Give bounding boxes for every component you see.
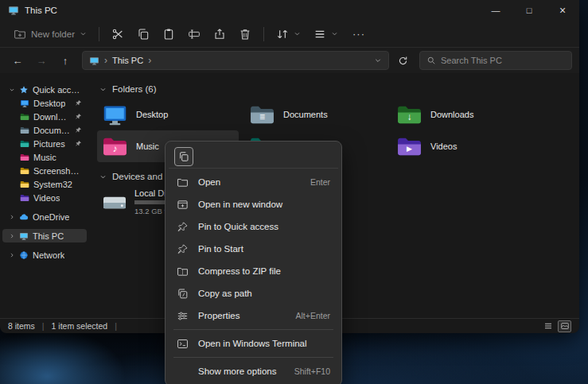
context-menu-icon-row: [169, 145, 338, 169]
sidebar-item-pictures[interactable]: Pictures: [2, 137, 87, 150]
sidebar-item-downloads[interactable]: Downloads: [2, 110, 87, 123]
menu-item-pin-to-start[interactable]: Pin to Start: [169, 238, 338, 260]
search-input[interactable]: [441, 56, 565, 65]
rename-button[interactable]: [182, 23, 206, 45]
share-button[interactable]: [208, 23, 232, 45]
folder-tile-desktop[interactable]: Desktop: [97, 99, 239, 130]
menu-item-properties[interactable]: Properties Alt+Enter: [169, 304, 338, 327]
sidebar-item-documents[interactable]: Documents: [2, 123, 87, 137]
address-input[interactable]: › This PC ›: [82, 51, 389, 70]
close-button[interactable]: ×: [546, 0, 579, 21]
back-button[interactable]: ←: [7, 50, 28, 71]
copy-button[interactable]: [131, 23, 155, 45]
shortcut-label: Enter: [310, 177, 330, 187]
sidebar-item-quick-access[interactable]: Quick access: [2, 83, 87, 96]
new-folder-icon: [14, 28, 26, 41]
folder-tile-videos[interactable]: ▶ Videos: [391, 130, 533, 162]
open-folder-icon: [177, 176, 189, 188]
search-icon: [426, 56, 436, 65]
chevron-right-icon: [9, 233, 15, 239]
sidebar-item-desktop[interactable]: Desktop: [2, 96, 87, 110]
address-dropdown-chevron-icon[interactable]: [374, 56, 382, 64]
chevron-down-icon: [99, 86, 107, 93]
menu-item-show-more-options[interactable]: Show more options Shift+F10: [169, 360, 338, 382]
videos-folder-icon: [20, 193, 29, 203]
pin-icon: [75, 99, 82, 107]
toolbar-separator: [99, 27, 99, 41]
rename-icon: [188, 28, 201, 41]
breadcrumb-separator: ›: [104, 55, 107, 66]
menu-item-open-in-windows-terminal[interactable]: Open in Windows Terminal: [169, 332, 338, 355]
sidebar-item-videos[interactable]: Videos: [2, 191, 87, 204]
window-controls: — □ ×: [479, 0, 579, 21]
documents-folder-icon: [20, 126, 29, 135]
items-count: 8 items: [8, 321, 35, 331]
more-options-button[interactable]: ···: [345, 28, 372, 40]
hard-drive-icon: [102, 190, 127, 215]
sidebar-item-network[interactable]: Network: [2, 248, 87, 262]
copy-button[interactable]: [174, 147, 193, 166]
folder-tile-downloads[interactable]: ↓ Downloads: [391, 99, 533, 130]
properties-icon: [177, 310, 189, 322]
sidebar-item-screenshots[interactable]: Screenshots: [2, 164, 87, 177]
chevron-down-icon: [331, 30, 338, 37]
search-box: [419, 51, 572, 70]
desktop-icon: [20, 99, 29, 108]
videos-folder-icon: ▶: [396, 134, 423, 160]
delete-button[interactable]: [233, 23, 257, 45]
paste-icon: [162, 28, 175, 41]
view-icon: [313, 28, 326, 41]
chevron-right-icon: [9, 214, 15, 220]
menu-item-open-in-new-window[interactable]: Open in new window: [169, 193, 338, 215]
sort-icon: [276, 28, 289, 41]
address-bar: ← → ↑ › This PC ›: [0, 48, 579, 73]
sidebar-item-onedrive[interactable]: OneDrive: [2, 210, 87, 223]
maximize-button[interactable]: □: [512, 0, 546, 21]
terminal-icon: [177, 338, 189, 350]
pin-icon: [75, 126, 82, 134]
up-button[interactable]: ↑: [55, 50, 76, 71]
music-folder-icon: [20, 153, 29, 162]
documents-folder-icon: ≡: [249, 102, 275, 128]
menu-item-copy-as-path[interactable]: Copy as path: [169, 282, 338, 304]
onedrive-cloud-icon: [19, 212, 29, 222]
status-divider: |: [115, 321, 117, 331]
minimize-button[interactable]: —: [479, 0, 512, 21]
sort-button[interactable]: [271, 23, 306, 45]
forward-button[interactable]: →: [31, 50, 52, 71]
paste-button[interactable]: [157, 23, 181, 45]
breadcrumb-this-pc[interactable]: This PC: [112, 56, 143, 65]
menu-item-open[interactable]: Open Enter: [169, 171, 338, 193]
screenshots-folder-icon: [20, 166, 29, 176]
menu-item-compress-to-zip[interactable]: Compress to ZIP file: [169, 260, 338, 282]
pin-icon: [75, 140, 82, 147]
cut-icon: [111, 28, 124, 41]
details-view-toggle[interactable]: [541, 320, 555, 332]
large-icons-view-toggle[interactable]: [558, 320, 571, 332]
chevron-down-icon: [294, 30, 301, 37]
copy-icon: [137, 28, 150, 41]
sidebar-item-system32[interactable]: System32: [2, 177, 87, 191]
copy-icon: [178, 151, 189, 162]
sidebar-item-music[interactable]: Music: [2, 150, 87, 164]
cut-button[interactable]: [106, 23, 130, 45]
folders-section-header[interactable]: Folders (6): [99, 84, 579, 94]
this-pc-icon: [19, 231, 29, 241]
window-title: This PC: [25, 6, 57, 15]
sidebar-item-this-pc[interactable]: This PC: [2, 229, 87, 242]
new-folder-button[interactable]: New folder: [8, 23, 92, 45]
menu-separator: [173, 357, 333, 358]
folder-tile-documents[interactable]: ≡ Documents: [244, 99, 386, 130]
document-lines-glyph: ≡: [259, 112, 265, 122]
toolbar-separator: [263, 27, 264, 41]
downloads-folder-icon: ↓: [396, 102, 423, 128]
menu-item-pin-to-quick-access[interactable]: Pin to Quick access: [169, 215, 338, 238]
shortcut-label: Alt+Enter: [296, 311, 330, 320]
zip-folder-icon: [177, 266, 189, 277]
desktop-icon: [102, 102, 128, 128]
refresh-button[interactable]: [392, 50, 413, 71]
view-button[interactable]: [308, 23, 344, 45]
pin-icon: [177, 243, 189, 255]
quick-access-icon: [19, 85, 29, 95]
chevron-down-icon: [99, 173, 107, 180]
